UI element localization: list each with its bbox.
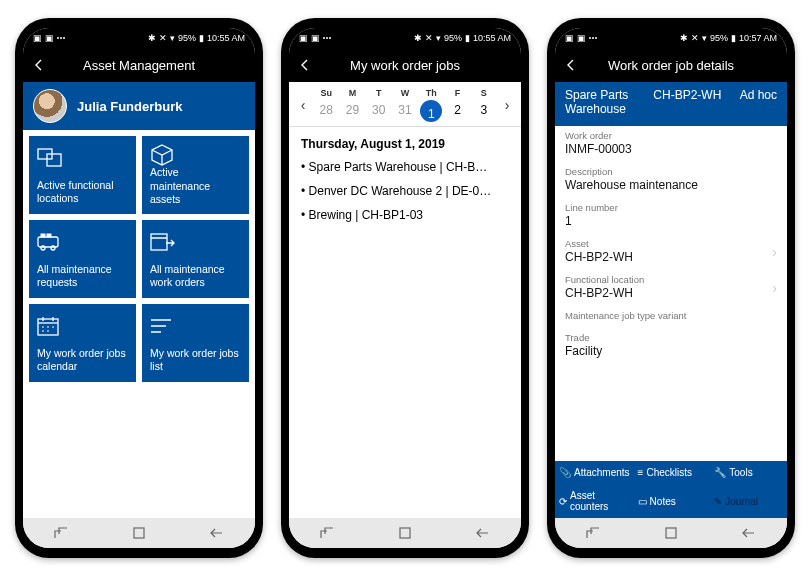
status-bar: ▣▣ ✱✕▾95%▮10:57 AM <box>555 28 787 48</box>
job-item[interactable]: Spare Parts Warehouse | CH-B… <box>301 155 509 179</box>
svg-point-4 <box>51 246 55 250</box>
action-checklists[interactable]: ≡Checklists <box>634 461 711 484</box>
home-button[interactable] <box>393 525 417 541</box>
recents-button[interactable] <box>582 525 606 541</box>
field-value: CH-BP2-WH <box>565 249 777 264</box>
tile-my-work-order-jobs-calendar[interactable]: My work order jobs calendar <box>29 304 136 382</box>
action-journal[interactable]: ✎Journal <box>710 484 787 518</box>
back-icon[interactable] <box>297 57 313 73</box>
action-asset-counters[interactable]: ⟳Asset counters <box>555 484 634 518</box>
job-item[interactable]: Denver DC Warehouse 2 | DE-0… <box>301 179 509 203</box>
field-row: Line number1 <box>565 198 777 234</box>
job-list: Spare Parts Warehouse | CH-B…Denver DC W… <box>289 155 521 227</box>
action-bar: 📎Attachments≡Checklists🔧Tools⟳Asset coun… <box>555 461 787 518</box>
action-tools[interactable]: 🔧Tools <box>710 461 787 484</box>
list-icon <box>150 312 241 340</box>
cal-dayname: M <box>339 88 365 100</box>
app-bar: My work order jobs <box>289 48 521 82</box>
calendar-week: ‹ SuMTWThFS28293031123 › <box>289 82 521 124</box>
field-value: CH-BP2-WH <box>565 285 777 300</box>
sub-location-label: CH-BP2-WH <box>653 88 721 116</box>
back-button[interactable] <box>204 525 228 541</box>
calendar-icon <box>37 312 128 340</box>
cal-day[interactable]: 2 <box>444 100 470 120</box>
cal-dayname: F <box>444 88 470 100</box>
box-icon <box>150 144 241 166</box>
field-label: Description <box>565 166 777 177</box>
prev-week-icon[interactable]: ‹ <box>293 97 313 113</box>
cal-day[interactable]: 29 <box>339 100 365 120</box>
phone-1: ▣▣ ✱✕▾95%▮10:55 AM Asset Management Juli… <box>15 18 263 558</box>
tile-my-work-order-jobs-list[interactable]: My work order jobs list <box>142 304 249 382</box>
svg-rect-2 <box>38 237 58 247</box>
action-icon: ⟳ <box>559 496 567 507</box>
action-notes[interactable]: ▭Notes <box>634 484 711 518</box>
home-button[interactable] <box>127 525 151 541</box>
app-bar: Work order job details <box>555 48 787 82</box>
status-bar: ▣▣ ✱✕▾95%▮10:55 AM <box>289 28 521 48</box>
back-icon[interactable] <box>31 57 47 73</box>
field-value: Warehouse maintenance <box>565 177 777 192</box>
avatar <box>33 89 67 123</box>
cal-day[interactable]: 28 <box>313 100 339 120</box>
action-icon: ≡ <box>638 467 644 478</box>
home-button[interactable] <box>659 525 683 541</box>
cal-day[interactable]: 1 <box>420 100 442 122</box>
job-item[interactable]: Brewing | CH-BP1-03 <box>301 203 509 227</box>
user-header[interactable]: Julia Funderburk <box>23 82 255 130</box>
svg-rect-5 <box>41 234 45 237</box>
svg-rect-7 <box>151 234 167 250</box>
page-title: My work order jobs <box>317 58 493 73</box>
tile-all-maintenance-work-orders[interactable]: All maintenance work orders <box>142 220 249 298</box>
date-heading: Thursday, August 1, 2019 <box>289 129 521 155</box>
cal-dayname: S <box>471 88 497 100</box>
recents-button[interactable] <box>50 525 74 541</box>
status-bar: ▣▣ ✱✕▾95%▮10:55 AM <box>23 28 255 48</box>
svg-rect-22 <box>400 528 410 538</box>
cal-day[interactable]: 3 <box>471 100 497 120</box>
cal-day[interactable]: 31 <box>392 100 418 120</box>
tile-grid: Active functional locations Active maint… <box>23 130 255 518</box>
field-row: Maintenance job type variant <box>565 306 777 328</box>
action-icon: 📎 <box>559 467 571 478</box>
field-label: Maintenance job type variant <box>565 310 777 321</box>
field-list: Work orderINMF-00003DescriptionWarehouse… <box>555 126 787 461</box>
action-icon: 🔧 <box>714 467 726 478</box>
sub-type-label: Ad hoc <box>740 88 777 116</box>
field-row[interactable]: AssetCH-BP2-WH <box>565 234 777 270</box>
cal-dayname: W <box>392 88 418 100</box>
tile-all-maintenance-requests[interactable]: All maintenance requests <box>29 220 136 298</box>
svg-rect-23 <box>666 528 676 538</box>
android-nav <box>23 518 255 548</box>
back-button[interactable] <box>736 525 760 541</box>
cal-dayname: Th <box>418 88 444 100</box>
field-row: TradeFacility <box>565 328 777 364</box>
action-attachments[interactable]: 📎Attachments <box>555 461 634 484</box>
field-value <box>565 321 777 322</box>
cal-dayname: Su <box>313 88 339 100</box>
sub-header: Spare Parts Warehouse CH-BP2-WH Ad hoc <box>555 82 787 126</box>
field-row[interactable]: Functional locationCH-BP2-WH <box>565 270 777 306</box>
android-nav <box>555 518 787 548</box>
cal-dayname: T <box>366 88 392 100</box>
phone-3: ▣▣ ✱✕▾95%▮10:57 AM Work order job detail… <box>547 18 795 558</box>
field-row: DescriptionWarehouse maintenance <box>565 162 777 198</box>
next-week-icon[interactable]: › <box>497 97 517 113</box>
field-label: Trade <box>565 332 777 343</box>
phone-2: ▣▣ ✱✕▾95%▮10:55 AM My work order jobs ‹ … <box>281 18 529 558</box>
tile-active-functional-locations[interactable]: Active functional locations <box>29 136 136 214</box>
svg-rect-1 <box>47 154 61 166</box>
tile-active-maintenance-assets[interactable]: Active maintenance assets <box>142 136 249 214</box>
field-value: 1 <box>565 213 777 228</box>
recents-button[interactable] <box>316 525 340 541</box>
svg-rect-6 <box>47 234 51 237</box>
workorders-icon <box>150 228 241 256</box>
back-icon[interactable] <box>563 57 579 73</box>
field-label: Line number <box>565 202 777 213</box>
sub-asset-label: Spare Parts Warehouse <box>565 88 635 116</box>
back-button[interactable] <box>470 525 494 541</box>
location-icon <box>37 144 128 172</box>
field-label: Functional location <box>565 274 777 285</box>
field-row: Work orderINMF-00003 <box>565 126 777 162</box>
cal-day[interactable]: 30 <box>366 100 392 120</box>
